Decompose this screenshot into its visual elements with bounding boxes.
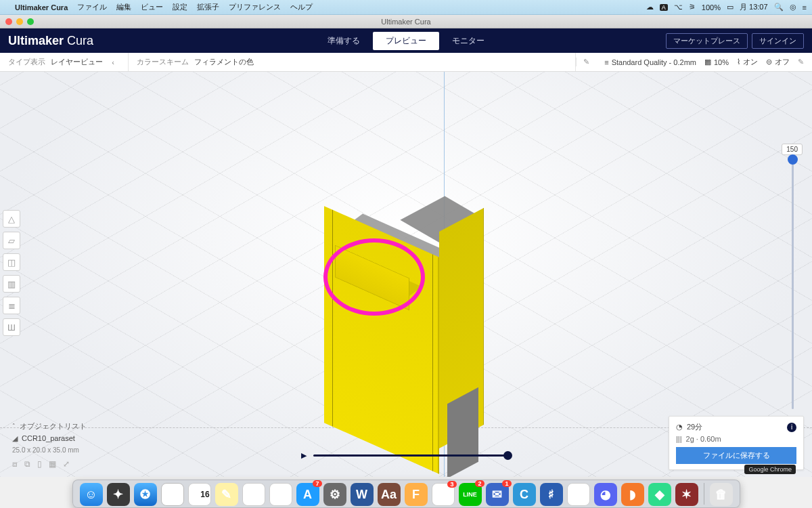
view-type-select[interactable]: タイプ表示 レイヤービュー ‹ — [0, 53, 129, 71]
dock-dictionary-icon[interactable]: Aa — [378, 483, 401, 506]
dock-music-icon[interactable]: ♪ — [269, 483, 292, 506]
tool-xray-icon[interactable]: ◫ — [3, 253, 20, 271]
fullscreen-window-button[interactable] — [27, 18, 34, 25]
grid-icon[interactable]: ▦ — [49, 459, 56, 469]
dock-hover-label: Google Chrome — [744, 465, 796, 474]
dock-line-icon[interactable]: LINE — [459, 483, 482, 506]
dock-calendar-icon[interactable]: 12月16 — [188, 483, 211, 506]
dock-thunderbird-icon[interactable]: ✉ — [486, 483, 509, 506]
stage-settings-bar: タイプ表示 レイヤービュー ‹ カラースキーム フィラメントの色 ✎ ≡Stan… — [0, 53, 812, 72]
signin-button[interactable]: サインイン — [752, 33, 804, 49]
macos-dock: Google Chrome ☺ ✦ ✪ ◉ 12月16 ✎ ✿ ♪ A ⚙ W … — [0, 477, 812, 508]
menu-file[interactable]: ファイル — [77, 2, 107, 12]
cloud-icon[interactable]: ☁︎ — [646, 3, 654, 12]
simulation-handle[interactable] — [503, 451, 512, 460]
tool-helpers-icon[interactable]: ≣ — [3, 297, 20, 314]
menu-extensions[interactable]: 拡張子 — [197, 2, 219, 12]
expand-icon[interactable]: ⤢ — [63, 459, 70, 469]
cura-logo: Ultimaker Cura — [8, 34, 93, 48]
clock-icon: ◔ — [676, 423, 683, 431]
dock-skype-icon[interactable]: ☻ — [567, 483, 590, 506]
close-window-button[interactable] — [5, 18, 12, 25]
color-scheme-select[interactable]: カラースキーム フィラメントの色 — [129, 53, 576, 71]
dock-finder-icon[interactable]: ☺ — [80, 483, 103, 506]
dock-system-prefs-icon[interactable]: ⚙ — [323, 483, 346, 506]
cube-icon[interactable]: ⧈ — [12, 459, 18, 469]
slice-result-panel: ◔ 29分 i ||| 2g · 0.60m ファイルに保存する — [669, 416, 804, 470]
3d-viewport[interactable]: △ ▱ ◫ ▥ ≣ Ш 150 ˄ オブジェクトリスト ◢ CCR10_para… — [0, 72, 812, 477]
minimize-window-button[interactable] — [16, 18, 23, 25]
dock-red-app-icon[interactable]: ✶ — [675, 483, 698, 506]
simulation-slider[interactable]: ▶ — [301, 451, 511, 459]
tool-model-type-icon[interactable]: △ — [3, 210, 20, 228]
dock-cura-icon[interactable]: C — [513, 483, 536, 506]
model-opening — [447, 387, 478, 477]
layers-icon: ≡ — [604, 58, 608, 66]
battery-icon[interactable]: ▭ — [727, 3, 734, 12]
control-center-icon[interactable]: ◎ — [790, 3, 796, 12]
stage-monitor[interactable]: モニター — [439, 32, 497, 50]
layer-slider[interactable]: 150 — [785, 153, 800, 409]
dock-green-app-icon[interactable]: ◆ — [648, 483, 671, 506]
save-to-file-button[interactable]: ファイルに保存する — [676, 447, 796, 464]
menu-help[interactable]: ヘルプ — [290, 2, 313, 12]
dock-audio-icon[interactable]: ♯ — [540, 483, 563, 506]
support-icon: ⌇ — [737, 58, 740, 66]
dock-safari-icon[interactable]: ✪ — [134, 483, 157, 506]
stage-prepare[interactable]: 準備する — [315, 32, 373, 50]
dock-photos-icon[interactable]: ✿ — [242, 483, 265, 506]
mac-menubar: Ultimaker Cura ファイル 編集 ビュー 設定 拡張子 プリファレン… — [0, 0, 812, 15]
layers-stack-icon[interactable]: ▯ — [37, 459, 42, 469]
simulation-track[interactable] — [313, 454, 511, 457]
dock-fusion360-icon[interactable]: F — [405, 483, 428, 506]
layer-slider-track[interactable] — [792, 157, 794, 409]
stage-preview[interactable]: プレビュー — [373, 32, 439, 50]
tool-layers-icon[interactable]: ▥ — [3, 275, 20, 293]
object-dimensions: 25.0 x 20.0 x 35.0 mm — [12, 444, 87, 457]
sliced-model[interactable] — [315, 187, 491, 458]
filament-icon: ||| — [676, 435, 682, 443]
menu-preferences[interactable]: プリファレンス — [229, 2, 281, 12]
infill-icon: ▩ — [704, 58, 711, 66]
dock-launchpad-icon[interactable]: ✦ — [107, 483, 130, 506]
dock-chrome-icon[interactable]: ◉ — [161, 483, 184, 506]
tool-shell-icon[interactable]: Ш — [3, 318, 20, 336]
menu-settings[interactable]: 設定 — [173, 2, 187, 12]
dock-word-icon[interactable]: W — [351, 483, 374, 506]
edit-settings-icon[interactable]: ✎ — [798, 58, 804, 66]
print-settings-panel[interactable]: ≡Standard Quality - 0.2mm ▩10% ⌇オン ⊝オフ ✎ — [596, 57, 812, 67]
support-value: オン — [743, 57, 758, 67]
spotlight-icon[interactable]: 🔍 — [774, 3, 784, 12]
menu-view[interactable]: ビュー — [141, 2, 163, 12]
dock-appstore-icon[interactable]: A — [296, 483, 319, 506]
dock-blender-icon[interactable]: ◗ — [621, 483, 644, 506]
edit-color-icon[interactable]: ✎ — [576, 58, 596, 66]
info-icon[interactable]: i — [787, 423, 796, 432]
eye-icon[interactable]: ◢ — [12, 432, 18, 444]
dock-discord-icon[interactable]: ◕ — [594, 483, 617, 506]
input-source-icon[interactable]: A — [660, 4, 668, 11]
play-icon[interactable]: ▶ — [301, 451, 307, 460]
object-list-item[interactable]: ◢ CCR10_paraset — [12, 432, 87, 444]
dock-trash-icon[interactable]: 🗑 — [710, 483, 733, 506]
adhesion-value: オフ — [775, 57, 790, 67]
copy-icon[interactable]: ⧉ — [24, 459, 30, 469]
view-type-value: レイヤービュー — [51, 57, 103, 67]
layer-slider-handle[interactable] — [788, 154, 798, 165]
dock-notes-icon[interactable]: ✎ — [215, 483, 238, 506]
notification-center-icon[interactable]: ≡ — [803, 3, 807, 12]
tool-wireframe-icon[interactable]: ▱ — [3, 232, 20, 249]
menu-edit[interactable]: 編集 — [116, 2, 131, 12]
marketplace-button[interactable]: マーケットプレース — [666, 33, 748, 49]
color-scheme-value: フィラメントの色 — [194, 57, 254, 67]
wifi-icon[interactable]: ⚞ — [689, 3, 696, 12]
bluetooth-icon[interactable]: ⌥ — [674, 3, 683, 12]
object-list-toggle[interactable]: ˄ オブジェクトリスト — [12, 420, 87, 432]
annotation-ellipse — [323, 238, 425, 316]
clock[interactable]: 月 13:07 — [740, 2, 768, 12]
app-menu[interactable]: Ultimaker Cura — [15, 3, 68, 12]
dock-mail-icon[interactable]: ✉ — [432, 483, 455, 506]
battery-percent: 100% — [702, 3, 721, 12]
window-title-text: Ultimaker Cura — [381, 18, 430, 26]
object-filename: CCR10_paraset — [22, 432, 75, 444]
